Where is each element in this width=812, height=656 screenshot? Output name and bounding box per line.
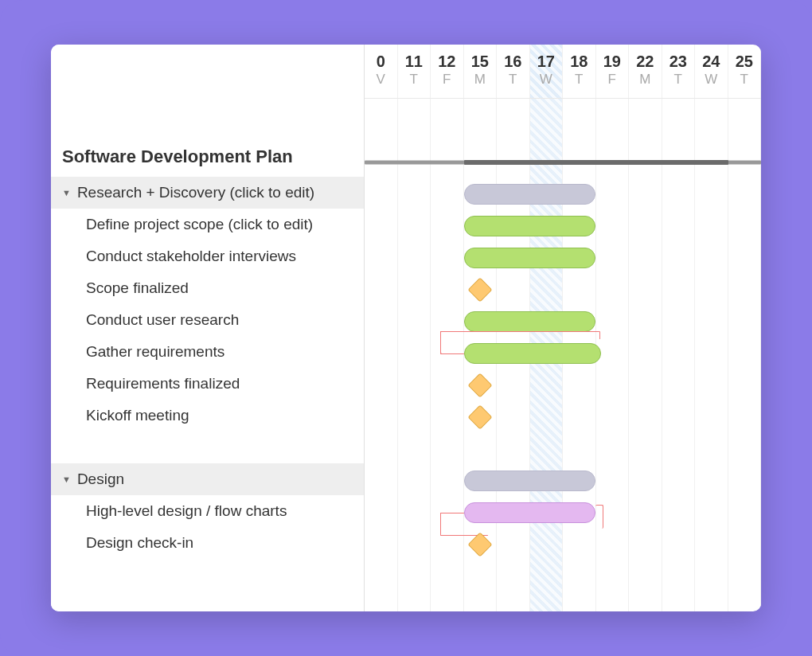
day-column[interactable]: 25T: [728, 45, 762, 98]
task-row[interactable]: Conduct stakeholder interviews: [51, 240, 364, 272]
group-label: Research + Discovery (click to edit): [77, 184, 314, 201]
day-letter: T: [563, 72, 595, 88]
day-letter: M: [464, 72, 497, 88]
day-column[interactable]: 17W: [530, 45, 564, 98]
task-bar[interactable]: [464, 311, 595, 332]
timeline-header: 0V11T12F15M16T17W18T19F22M23T24W25T: [365, 45, 761, 99]
timeline-pane[interactable]: 0V11T12F15M16T17W18T19F22M23T24W25T: [365, 45, 761, 611]
milestone[interactable]: [467, 277, 492, 302]
day-letter: V: [365, 72, 397, 88]
task-row[interactable]: High-level design / flow charts: [51, 495, 364, 527]
day-number: 11: [398, 53, 431, 71]
dependency-line: [595, 505, 603, 529]
task-bar[interactable]: [464, 502, 595, 523]
day-letter: T: [728, 72, 761, 88]
day-column[interactable]: 16T: [497, 45, 530, 98]
day-column[interactable]: 12F: [431, 45, 464, 98]
milestone[interactable]: [467, 532, 492, 556]
day-number: 22: [629, 53, 662, 71]
task-bar[interactable]: [464, 248, 595, 268]
day-letter: T: [497, 72, 529, 88]
day-column[interactable]: 11T: [398, 45, 431, 98]
group-header-research[interactable]: ▼ Research + Discovery (click to edit): [51, 177, 364, 209]
day-column[interactable]: 23T: [662, 45, 696, 98]
task-row[interactable]: Gather requirements: [51, 336, 364, 368]
group-summary-bar[interactable]: [464, 184, 595, 205]
day-letter: T: [398, 72, 431, 88]
group-summary-bar[interactable]: [464, 471, 595, 491]
task-row[interactable]: Scope finalized: [51, 272, 364, 304]
task-row[interactable]: Conduct user research: [51, 304, 364, 336]
task-row[interactable]: Requirements finalized: [51, 368, 364, 400]
task-row[interactable]: Design check-in: [51, 527, 364, 559]
task-row[interactable]: Define project scope (click to edit): [51, 209, 364, 240]
day-letter: W: [530, 72, 563, 88]
chevron-down-icon: ▼: [62, 188, 71, 197]
group-label: Design: [77, 471, 124, 488]
day-number: 0: [365, 53, 397, 71]
day-column[interactable]: 18T: [563, 45, 596, 98]
day-number: 19: [596, 53, 629, 71]
milestone[interactable]: [467, 404, 492, 429]
dependency-line: [440, 513, 464, 513]
day-column[interactable]: 24W: [695, 45, 728, 98]
task-row[interactable]: Kickoff meeting: [51, 400, 364, 431]
day-number: 25: [728, 53, 761, 71]
day-column[interactable]: 15M: [464, 45, 498, 98]
dependency-line: [440, 353, 464, 354]
task-bar[interactable]: [464, 216, 595, 236]
day-number: 23: [662, 53, 695, 71]
day-letter: F: [431, 72, 463, 88]
day-letter: T: [662, 72, 695, 88]
day-letter: M: [629, 72, 662, 88]
day-letter: W: [695, 72, 728, 88]
project-summary-bar[interactable]: [464, 160, 728, 165]
day-letter: F: [596, 72, 629, 88]
day-number: 16: [497, 53, 529, 71]
milestone[interactable]: [467, 373, 492, 397]
day-number: 12: [431, 53, 463, 71]
day-column[interactable]: 19F: [596, 45, 630, 98]
chevron-down-icon: ▼: [62, 474, 71, 484]
task-list-pane: Software Development Plan ▼ Research + D…: [51, 45, 365, 611]
day-number: 15: [464, 53, 497, 71]
day-column[interactable]: 0V: [365, 45, 398, 98]
day-number: 18: [563, 53, 595, 71]
plan-title[interactable]: Software Development Plan: [51, 146, 364, 177]
day-number: 17: [530, 53, 563, 71]
gantt-window: Software Development Plan ▼ Research + D…: [51, 45, 761, 611]
task-bar[interactable]: [464, 343, 601, 364]
group-header-design[interactable]: ▼ Design: [51, 463, 364, 495]
day-column[interactable]: 22M: [629, 45, 662, 98]
day-number: 24: [695, 53, 728, 71]
